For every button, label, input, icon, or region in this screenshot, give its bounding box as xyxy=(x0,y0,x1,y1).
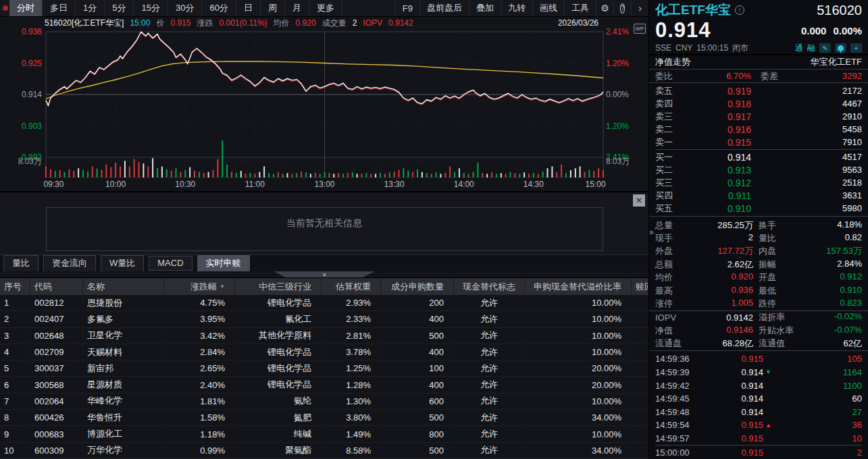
cell-seq: 7 xyxy=(0,394,30,409)
help-icon[interactable]: ? xyxy=(613,0,631,16)
expand-icon[interactable]: » xyxy=(649,227,654,237)
toolbar-tab-分时[interactable]: 分时 xyxy=(9,0,43,16)
nav-nav-trend[interactable]: 净值走势 xyxy=(655,56,690,68)
cell-premium: 10.00% xyxy=(525,394,632,409)
column-header-premium[interactable]: 申购现金替代溢价比率 xyxy=(525,278,632,295)
bell-icon[interactable] xyxy=(835,43,846,53)
ask-row: 卖五0.9192172 xyxy=(655,84,862,97)
table-row[interactable]: 8600426华鲁恒升1.58%氮肥3.80%500允许34.00% xyxy=(0,410,648,426)
chart-canvas xyxy=(0,29,648,178)
toolbar-action-盘前盘后[interactable]: 盘前盘后 xyxy=(419,0,469,16)
cell-cash_flag: 允许 xyxy=(454,311,525,327)
stat-cell: 溢折率-0.02% xyxy=(759,311,862,323)
level-volume: 2172 xyxy=(842,86,862,96)
level-volume: 2910 xyxy=(842,111,862,122)
table-row[interactable]: 2002407多氟多3.95%氟化工2.33%400允许10.00% xyxy=(0,311,648,327)
cell-code: 002407 xyxy=(30,311,83,327)
toolbar-tab-周[interactable]: 周 xyxy=(261,0,285,16)
tick-row: 14:59:420.9141100 xyxy=(655,379,862,392)
table-header: 序号代码名称涨跌幅▼中信三级行业估算权重成分申购数量现金替代标志申购现金替代溢价… xyxy=(0,278,648,295)
margin-badge-tong[interactable]: 通 xyxy=(795,43,803,54)
toolbar-action-工具[interactable]: 工具 xyxy=(564,0,596,16)
weicha-value: 3292 xyxy=(842,71,862,81)
toolbar-tab-30分[interactable]: 30分 xyxy=(168,0,202,16)
change-value: 0.001(0.11%) xyxy=(219,18,267,28)
column-header-cash_flag[interactable]: 现金替代标志 xyxy=(454,278,525,295)
toolbar-tab-更多[interactable]: 更多 xyxy=(309,0,342,16)
avg-value: 0.920 xyxy=(296,18,316,28)
collapse-handle[interactable]: » xyxy=(274,271,375,277)
info-message-panel: 当前暂无相关信息 ✕ xyxy=(0,191,648,254)
intraday-chart[interactable]: WP 0.9360.9250.9140.9030.8922.41%1.20%0.… xyxy=(0,29,648,191)
stat-label: 跌停 xyxy=(759,298,776,310)
column-header-qty[interactable]: 成分申购数量 xyxy=(381,278,454,295)
toolbar-tab-多日[interactable]: 多日 xyxy=(43,0,76,16)
cell-cash_flag: 允许 xyxy=(454,377,525,392)
table-row[interactable]: 7002064华峰化学1.81%氨纶1.30%600允许10.00% xyxy=(0,394,648,410)
tick-time: 14:59:36 xyxy=(655,354,708,364)
indicator-tab-量比[interactable]: 量比 xyxy=(3,255,39,272)
stock-name[interactable]: 化工ETF华宝 xyxy=(655,1,731,19)
tick-list[interactable]: 14:59:360.91510514:59:390.914▼116414:59:… xyxy=(649,352,868,459)
column-label: 估算权重 xyxy=(336,281,371,293)
stat-cell: 流通盘68.28亿 xyxy=(655,338,759,350)
toolbar-action-叠加[interactable]: 叠加 xyxy=(469,0,501,16)
toolbar-action-F9[interactable]: F9 xyxy=(395,0,419,16)
close-icon[interactable]: ✕ xyxy=(633,194,645,207)
stat-cell: 换手4.18% xyxy=(759,219,862,232)
price-value: 0.915 xyxy=(170,18,190,28)
info-icon[interactable]: ! xyxy=(735,5,744,15)
column-header-name[interactable]: 名称 xyxy=(83,278,164,295)
table-row[interactable]: 4002709天赐材料2.84%锂电化学品3.78%400允许10.00% xyxy=(0,344,648,360)
toolbar-tab-15分[interactable]: 15分 xyxy=(134,0,168,16)
column-header-industry[interactable]: 中信三级行业 xyxy=(235,278,322,295)
table-row[interactable]: 3002648卫星化学3.42%其他化学原料2.81%500允许10.00% xyxy=(0,328,648,344)
stat-label: 振幅 xyxy=(759,259,776,271)
ask-row: 卖二0.9165458 xyxy=(655,123,862,136)
column-header-code[interactable]: 代码 xyxy=(30,278,83,295)
level-volume: 4467 xyxy=(842,99,862,109)
cell-qty: 500 xyxy=(381,443,454,458)
cell-industry: 锂电化学品 xyxy=(235,360,322,376)
indicator-tab-实时申赎[interactable]: 实时申赎 xyxy=(197,255,250,272)
table-row[interactable]: 5300037新宙邦2.65%锂电化学品1.25%100允许20.00% xyxy=(0,360,648,377)
toolbar-action-九转[interactable]: 九转 xyxy=(501,0,532,16)
toolbar-tab-日[interactable]: 日 xyxy=(236,0,261,16)
indicator-tab-W量比[interactable]: W量比 xyxy=(101,255,144,272)
stat-value: 2.84% xyxy=(837,259,862,271)
column-header-change[interactable]: 涨跌幅▼ xyxy=(164,278,235,295)
toolbar-tab-1分[interactable]: 1分 xyxy=(76,0,105,16)
cell-redeem xyxy=(632,360,648,376)
toolbar-tab-月[interactable]: 月 xyxy=(285,0,309,16)
column-header-weight[interactable]: 估算权重 xyxy=(322,278,381,295)
stat-value: 0.82 xyxy=(845,232,862,244)
column-header-redeem[interactable]: 赎回现 xyxy=(632,278,648,295)
y-axis-label-left: 0.914 xyxy=(0,90,42,99)
stat-row: 最高0.936最低0.910 xyxy=(655,284,862,297)
column-header-seq[interactable]: 序号 xyxy=(0,278,30,295)
indicator-tab-MACD[interactable]: MACD xyxy=(149,256,192,271)
nav-fund-name[interactable]: 华宝化工ETF xyxy=(810,56,862,68)
cell-change: 2.84% xyxy=(164,344,235,360)
table-row[interactable]: 9000683博源化工1.18%纯碱1.49%800允许10.00% xyxy=(0,426,648,442)
indicator-tab-资金流向[interactable]: 资金流向 xyxy=(43,255,96,272)
cell-name: 多氟多 xyxy=(83,311,164,327)
tick-price: 0.914 xyxy=(708,367,763,377)
margin-badge-rong[interactable]: 融 xyxy=(807,43,815,54)
level-label: 卖三 xyxy=(655,111,686,123)
cell-premium: 34.00% xyxy=(525,443,632,458)
pencil-icon[interactable]: ✎ xyxy=(819,43,831,53)
chevron-right-icon[interactable]: › xyxy=(631,0,648,16)
table-row[interactable]: 6300568星源材质2.40%锂电化学品1.28%400允许20.00% xyxy=(0,377,648,393)
toolbar-tab-60分[interactable]: 60分 xyxy=(202,0,236,16)
tick-volume: 27 xyxy=(852,407,862,417)
toolbar-action-画线[interactable]: 画线 xyxy=(532,0,564,16)
tick-arrow-icon: ▲ xyxy=(763,422,773,429)
gear-icon[interactable]: ⚙ xyxy=(596,0,613,16)
plus-icon[interactable]: + xyxy=(850,43,862,53)
toolbar-tab-5分[interactable]: 5分 xyxy=(105,0,134,16)
table-row[interactable]: 10600309万华化学0.99%聚氨酯8.58%500允许34.00% xyxy=(0,443,648,459)
table-row[interactable]: 1002812恩捷股份4.75%锂电化学品2.93%200允许10.00% xyxy=(0,295,648,311)
stat-label: 最高 xyxy=(655,285,673,297)
cell-change: 3.95% xyxy=(164,311,235,327)
